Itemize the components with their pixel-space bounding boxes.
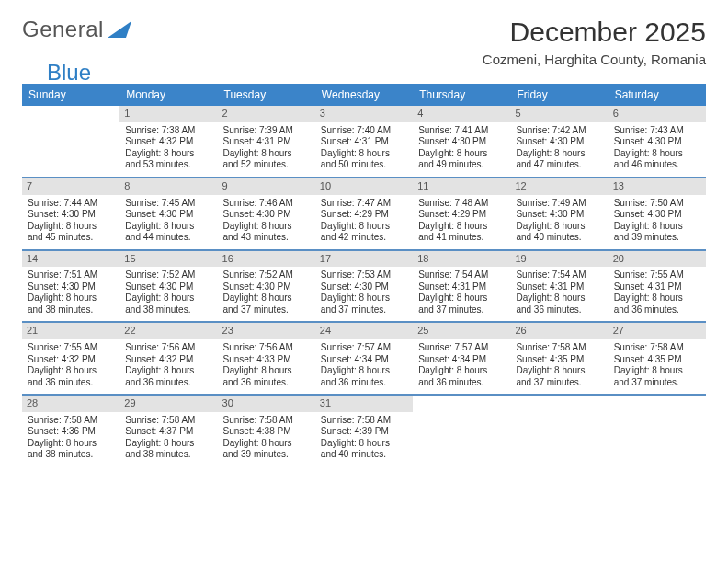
calendar-day-cell: 3Sunrise: 7:40 AMSunset: 4:31 PMDaylight… [315,106,413,178]
sunset-line: Sunset: 4:37 PM [125,426,211,438]
sunset-line: Sunset: 4:30 PM [418,136,505,148]
calendar-day-cell: 4Sunrise: 7:41 AMSunset: 4:30 PMDaylight… [413,106,510,178]
brand-shape-icon [108,21,131,38]
daylight-line: Daylight: 8 hours and 37 minutes. [614,365,700,388]
daylight-line: Daylight: 8 hours and 36 minutes. [418,365,505,388]
day-details: Sunrise: 7:55 AMSunset: 4:31 PMDaylight:… [614,270,700,316]
calendar-day-cell: 12Sunrise: 7:49 AMSunset: 4:30 PMDayligh… [510,178,608,250]
sunset-line: Sunset: 4:30 PM [125,282,211,293]
sunrise-line: Sunrise: 7:52 AM [125,270,211,282]
day-number: 2 [218,106,315,122]
daylight-line: Daylight: 8 hours and 39 minutes. [614,221,700,244]
day-details: Sunrise: 7:57 AMSunset: 4:34 PMDaylight:… [418,342,505,388]
sunset-line: Sunset: 4:31 PM [321,136,407,148]
day-details: Sunrise: 7:42 AMSunset: 4:30 PMDaylight:… [516,125,602,171]
page-title: December 2025 [483,17,706,48]
sunset-line: Sunset: 4:30 PM [223,209,310,221]
day-details: Sunrise: 7:55 AMSunset: 4:32 PMDaylight:… [28,342,114,388]
sunrise-line: Sunrise: 7:38 AM [125,125,211,137]
calendar-day-cell: 8Sunrise: 7:45 AMSunset: 4:30 PMDaylight… [119,178,217,250]
daylight-line: Daylight: 8 hours and 36 minutes. [28,365,114,388]
daylight-line: Daylight: 8 hours and 37 minutes. [321,293,407,316]
sunset-line: Sunset: 4:38 PM [223,426,310,438]
day-details: Sunrise: 7:47 AMSunset: 4:29 PMDaylight:… [321,198,407,244]
sunrise-line: Sunrise: 7:54 AM [418,270,505,282]
calendar-day-cell: 1Sunrise: 7:38 AMSunset: 4:32 PMDaylight… [119,106,217,178]
brand-logo: General [22,17,131,42]
sunrise-line: Sunrise: 7:56 AM [125,342,211,354]
sunrise-line: Sunrise: 7:53 AM [321,270,407,282]
sunset-line: Sunset: 4:35 PM [516,354,602,366]
sunrise-line: Sunrise: 7:40 AM [321,125,407,137]
day-details: Sunrise: 7:40 AMSunset: 4:31 PMDaylight:… [321,125,407,171]
calendar-day-cell: 7Sunrise: 7:44 AMSunset: 4:30 PMDaylight… [22,178,119,250]
day-number: 6 [609,106,706,122]
dayname-fri: Friday [510,84,608,106]
dayname-mon: Monday [119,84,217,106]
daylight-line: Daylight: 8 hours and 39 minutes. [223,438,310,461]
dayname-sun: Sunday [22,84,119,106]
calendar-day-cell: 10Sunrise: 7:47 AMSunset: 4:29 PMDayligh… [315,178,413,250]
sunset-line: Sunset: 4:32 PM [125,136,211,148]
sunset-line: Sunset: 4:30 PM [223,282,310,293]
daylight-line: Daylight: 8 hours and 52 minutes. [223,148,310,171]
sunset-line: Sunset: 4:31 PM [614,282,700,293]
calendar-day-cell: 14Sunrise: 7:51 AMSunset: 4:30 PMDayligh… [22,250,119,323]
day-details: Sunrise: 7:56 AMSunset: 4:33 PMDaylight:… [223,342,310,388]
brand-word-2: Blue [47,60,728,86]
daylight-line: Daylight: 8 hours and 38 minutes. [28,293,114,316]
sunrise-line: Sunrise: 7:47 AM [321,198,407,210]
day-details: Sunrise: 7:53 AMSunset: 4:30 PMDaylight:… [321,270,407,316]
day-details: Sunrise: 7:58 AMSunset: 4:35 PMDaylight:… [516,342,602,388]
sunrise-line: Sunrise: 7:57 AM [418,342,505,354]
sunrise-line: Sunrise: 7:54 AM [516,270,602,282]
sunrise-line: Sunrise: 7:55 AM [28,342,114,354]
sunrise-line: Sunrise: 7:58 AM [321,415,407,427]
day-details: Sunrise: 7:52 AMSunset: 4:30 PMDaylight:… [125,270,211,316]
calendar-day-cell: 29Sunrise: 7:58 AMSunset: 4:37 PMDayligh… [119,395,217,466]
daylight-line: Daylight: 8 hours and 40 minutes. [516,221,602,244]
day-details: Sunrise: 7:56 AMSunset: 4:32 PMDaylight:… [125,342,211,388]
daylight-line: Daylight: 8 hours and 36 minutes. [223,365,310,388]
calendar-day-cell: 25Sunrise: 7:57 AMSunset: 4:34 PMDayligh… [413,322,510,395]
sunset-line: Sunset: 4:35 PM [614,354,700,366]
calendar-day-cell: 23Sunrise: 7:56 AMSunset: 4:33 PMDayligh… [218,322,315,395]
day-details: Sunrise: 7:46 AMSunset: 4:30 PMDaylight:… [223,198,310,244]
calendar-day-cell: 2Sunrise: 7:39 AMSunset: 4:31 PMDaylight… [218,106,315,178]
sunset-line: Sunset: 4:30 PM [321,282,407,293]
day-number: 8 [119,178,217,195]
sunset-line: Sunset: 4:31 PM [516,282,602,293]
daylight-line: Daylight: 8 hours and 43 minutes. [223,221,310,244]
day-details: Sunrise: 7:39 AMSunset: 4:31 PMDaylight:… [223,125,310,171]
day-number: 13 [609,178,706,195]
day-number: 10 [315,178,413,195]
calendar-empty-cell [609,395,706,466]
sunrise-line: Sunrise: 7:49 AM [516,198,602,210]
day-number: 27 [609,323,706,339]
day-details: Sunrise: 7:38 AMSunset: 4:32 PMDaylight:… [125,125,211,171]
daylight-line: Daylight: 8 hours and 49 minutes. [418,148,505,171]
calendar-day-cell: 19Sunrise: 7:54 AMSunset: 4:31 PMDayligh… [510,250,608,323]
daylight-line: Daylight: 8 hours and 36 minutes. [516,293,602,316]
day-number: 11 [413,178,510,195]
daylight-line: Daylight: 8 hours and 37 minutes. [223,293,310,316]
sunrise-line: Sunrise: 7:56 AM [223,342,310,354]
day-details: Sunrise: 7:51 AMSunset: 4:30 PMDaylight:… [28,270,114,316]
day-details: Sunrise: 7:58 AMSunset: 4:36 PMDaylight:… [28,415,114,461]
day-number: 5 [510,106,608,122]
calendar-empty-cell [22,106,119,178]
daylight-line: Daylight: 8 hours and 42 minutes. [321,221,407,244]
sunset-line: Sunset: 4:29 PM [321,209,407,221]
day-details: Sunrise: 7:45 AMSunset: 4:30 PMDaylight:… [125,198,211,244]
daylight-line: Daylight: 8 hours and 41 minutes. [418,221,505,244]
calendar-day-cell: 9Sunrise: 7:46 AMSunset: 4:30 PMDaylight… [218,178,315,250]
sunrise-line: Sunrise: 7:55 AM [614,270,700,282]
daylight-line: Daylight: 8 hours and 37 minutes. [418,293,505,316]
calendar-day-cell: 28Sunrise: 7:58 AMSunset: 4:36 PMDayligh… [22,395,119,466]
day-number: 1 [119,106,217,122]
daylight-line: Daylight: 8 hours and 38 minutes. [125,438,211,461]
sunrise-line: Sunrise: 7:44 AM [28,198,114,210]
day-details: Sunrise: 7:49 AMSunset: 4:30 PMDaylight:… [516,198,602,244]
calendar-day-cell: 6Sunrise: 7:43 AMSunset: 4:30 PMDaylight… [609,106,706,178]
daylight-line: Daylight: 8 hours and 38 minutes. [125,293,211,316]
